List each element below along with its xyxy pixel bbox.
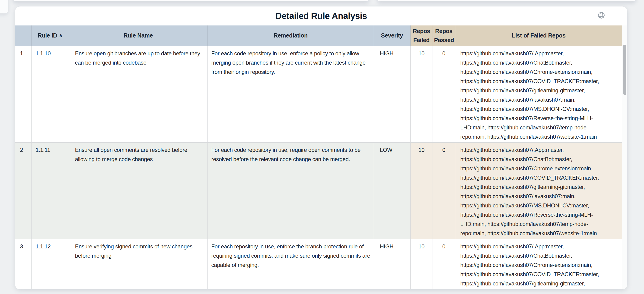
cell-repos-passed: 0: [432, 143, 455, 239]
previous-card-corner: [0, 0, 8, 13]
cell-severity: LOW: [374, 143, 410, 239]
table-header-row: Rule ID∧ Rule Name Remediation Severity …: [15, 25, 622, 46]
col-header-repos-failed[interactable]: Repos Failed: [410, 25, 432, 46]
previous-card-bottom-left: [13, 0, 369, 1]
col-header-severity[interactable]: Severity: [374, 25, 410, 46]
cell-failed-repos-list: https://github.com/lavakush07/.App:maste…: [455, 239, 622, 290]
col-header-repos-passed[interactable]: Repos Passed: [432, 25, 455, 46]
cell-failed-repos-list: https://github.com/lavakush07/.App:maste…: [455, 143, 622, 239]
cell-rule-id: 1.1.11: [31, 143, 69, 239]
cell-severity: HIGH: [374, 239, 410, 290]
cell-failed-repos-list: https://github.com/lavakush07/.App:maste…: [455, 46, 622, 143]
cell-severity: HIGH: [374, 46, 410, 143]
cell-repos-failed: 10: [410, 239, 432, 290]
cell-repos-passed: 0: [432, 239, 455, 290]
previous-card-bottom-right: [377, 0, 636, 1]
table-row: 3 1.1.12 Ensure verifying signed commits…: [15, 239, 622, 290]
cell-row-number: 2: [15, 143, 31, 239]
cell-remediation: For each code repository in use, require…: [208, 143, 374, 239]
cell-repos-failed: 10: [410, 46, 432, 143]
globe-button[interactable]: [597, 11, 606, 20]
card-header: Detailed Rule Analysis: [15, 6, 627, 25]
cell-repos-failed: 10: [410, 143, 432, 239]
table-scrollbar-track[interactable]: [622, 25, 627, 289]
col-header-rule-id-label: Rule ID: [38, 32, 57, 39]
cell-remediation: For each code repository in use, enforce…: [208, 46, 374, 143]
detailed-rule-analysis-card: Detailed Rule Analysis Rule ID∧: [15, 6, 627, 289]
col-header-failed-repos-list[interactable]: List of Failed Repos: [455, 25, 622, 46]
cell-rule-name: Ensure verifying signed commits of new c…: [69, 239, 208, 290]
page-title: Detailed Rule Analysis: [15, 6, 627, 25]
cell-row-number: 3: [15, 239, 31, 290]
sort-asc-icon: ∧: [59, 33, 62, 38]
rules-table: Rule ID∧ Rule Name Remediation Severity …: [15, 25, 622, 289]
col-header-rule-id[interactable]: Rule ID∧: [31, 25, 69, 46]
cell-remediation: For each repository in use, enforce the …: [208, 239, 374, 290]
col-header-row-number: [15, 25, 31, 46]
table-row: 1 1.1.10 Ensure open git branches are up…: [15, 46, 622, 143]
cell-repos-passed: 0: [432, 46, 455, 143]
rules-table-wrap: Rule ID∧ Rule Name Remediation Severity …: [15, 25, 622, 289]
table-row: 2 1.1.11 Ensure all open comments are re…: [15, 143, 622, 239]
col-header-rule-name[interactable]: Rule Name: [69, 25, 208, 46]
table-scrollbar-thumb[interactable]: [623, 45, 626, 95]
cell-rule-name: Ensure open git branches are up to date …: [69, 46, 208, 143]
cell-rule-id: 1.1.10: [31, 46, 69, 143]
cell-rule-name: Ensure all open comments are resolved be…: [69, 143, 208, 239]
cell-rule-id: 1.1.12: [31, 239, 69, 290]
col-header-remediation[interactable]: Remediation: [208, 25, 374, 46]
cell-row-number: 1: [15, 46, 31, 143]
globe-icon: [598, 11, 605, 20]
